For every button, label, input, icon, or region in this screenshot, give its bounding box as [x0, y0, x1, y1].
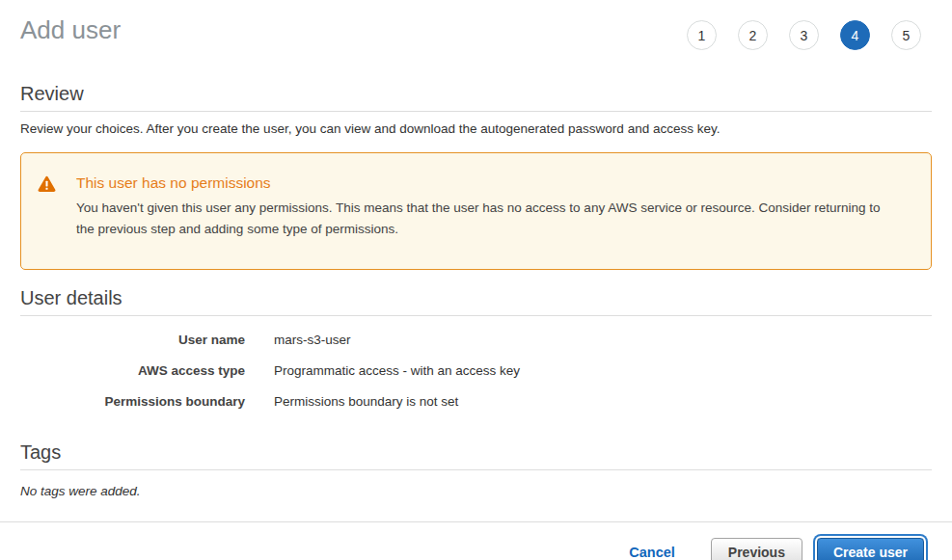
user-details-section: User details User name mars-s3-user AWS … [20, 287, 932, 409]
step-2[interactable]: 2 [738, 20, 768, 50]
review-description: Review your choices. After you create th… [20, 121, 932, 136]
tags-section: Tags No tags were added. [20, 441, 932, 498]
warning-content: This user has no permissions You haven't… [76, 174, 902, 240]
page-title: Add user [20, 15, 121, 45]
tags-empty-text: No tags were added. [20, 484, 932, 498]
cancel-button[interactable]: Cancel [629, 545, 675, 560]
detail-label: AWS access type [20, 363, 245, 378]
previous-button[interactable]: Previous [711, 538, 802, 560]
wizard-step-indicator: 1 2 3 4 5 [687, 15, 932, 50]
user-details-heading: User details [20, 287, 932, 316]
step-1[interactable]: 1 [687, 20, 717, 50]
step-3[interactable]: 3 [789, 20, 819, 50]
detail-value: Permissions boundary is not set [274, 394, 458, 409]
review-heading: Review [20, 83, 932, 112]
detail-label: Permissions boundary [20, 394, 245, 409]
detail-row-permissions-boundary: Permissions boundary Permissions boundar… [20, 394, 932, 409]
review-section: Review Review your choices. After you cr… [20, 83, 932, 136]
detail-value: Programmatic access - with an access key [274, 363, 520, 378]
warning-title: This user has no permissions [76, 174, 902, 192]
step-4-current[interactable]: 4 [840, 20, 870, 50]
no-permissions-warning: This user has no permissions You haven't… [20, 152, 932, 270]
step-5[interactable]: 5 [891, 20, 921, 50]
tags-heading: Tags [20, 441, 932, 470]
create-user-button[interactable]: Create user [817, 538, 924, 560]
wizard-footer: Cancel Previous Create user [0, 522, 952, 560]
detail-row-user-name: User name mars-s3-user [20, 333, 932, 347]
detail-row-access-type: AWS access type Programmatic access - wi… [20, 363, 932, 378]
warning-triangle-icon [38, 175, 56, 197]
warning-body: You haven't given this user any permissi… [76, 198, 902, 240]
detail-value: mars-s3-user [274, 333, 351, 347]
add-user-wizard: Add user 1 2 3 4 5 Review Review your ch… [0, 0, 952, 498]
wizard-header: Add user 1 2 3 4 5 [20, 0, 932, 50]
detail-label: User name [20, 333, 245, 347]
